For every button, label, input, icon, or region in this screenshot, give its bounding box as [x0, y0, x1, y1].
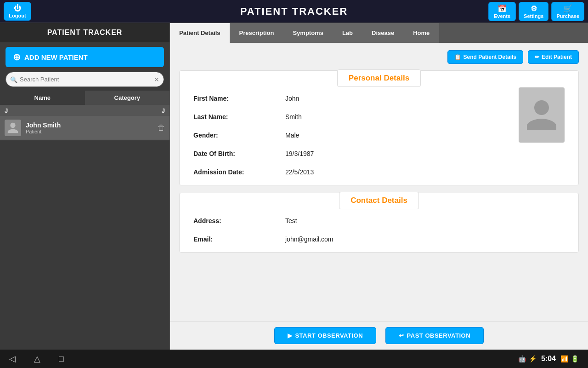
profile-avatar — [519, 87, 565, 143]
past-observation-button[interactable]: ↩ PAST OBSERVATION — [385, 327, 484, 344]
tab-symptoms[interactable]: Symptoms — [283, 23, 333, 43]
sort-by-name-tab[interactable]: Name — [0, 91, 85, 105]
content-area: Patient Details Prescription Symptoms La… — [170, 23, 588, 350]
patient-avatar-icon — [6, 121, 19, 134]
android-nav: ◁ △ □ — [9, 354, 64, 364]
tabs-row: Patient Details Prescription Symptoms La… — [170, 23, 588, 43]
tab-lab[interactable]: Lab — [333, 23, 362, 43]
logout-button[interactable]: ⏻ Logout — [4, 2, 31, 21]
personal-details-card: Personal Details First Name: John — [179, 70, 579, 185]
edit-icon: ✏ — [535, 54, 539, 60]
add-patient-button[interactable]: ⊕ ADD NEW PATIENT — [6, 47, 164, 67]
gender-row: Gender: Male — [193, 132, 565, 139]
contact-details-title-bar: Contact Details — [180, 193, 578, 210]
clear-search-icon[interactable]: ✕ — [154, 76, 159, 83]
contact-details-title: Contact Details — [339, 192, 419, 209]
send-details-button[interactable]: 📋 Send Patient Details — [447, 50, 523, 64]
dob-row: Date Of Birth: 19/3/1987 — [193, 150, 565, 157]
sidebar: PATIENT TRACKER ⊕ ADD NEW PATIENT 🔍 ✕ Na… — [0, 23, 170, 350]
last-name-row: Last Name: Smith — [193, 113, 565, 121]
contact-details-card: Contact Details Address: Test Email: joh… — [179, 193, 579, 253]
email-row: Email: john@gmail.com — [193, 236, 565, 243]
events-icon: 📅 — [498, 4, 507, 13]
top-bar: ⏻ Logout PATIENT TRACKER 📅 Events ⚙ Sett… — [0, 0, 588, 23]
home-nav-button[interactable]: △ — [34, 354, 40, 364]
bottom-bar: ▶ START OBSERVATION ↩ PAST OBSERVATION — [170, 321, 588, 350]
plus-icon: ⊕ — [13, 52, 21, 63]
sort-by-category-tab[interactable]: Category — [85, 91, 170, 105]
status-area: 🤖 ⚡ 5:04 📶 🔋 — [518, 355, 579, 363]
app-title: PATIENT TRACKER — [240, 6, 348, 17]
avatar — [5, 120, 21, 136]
android-status-bar: ◁ △ □ 🤖 ⚡ 5:04 📶 🔋 — [0, 350, 588, 368]
clock: 5:04 — [541, 355, 556, 363]
play-icon: ▶ — [288, 332, 293, 339]
contact-details-body: Address: Test Email: john@gmail.com — [180, 210, 578, 252]
admission-date-row: Admission Date: 22/5/2013 — [193, 168, 565, 176]
main-layout: PATIENT TRACKER ⊕ ADD NEW PATIENT 🔍 ✕ Na… — [0, 23, 588, 350]
first-name-row: First Name: John — [193, 95, 565, 102]
tab-patient-details[interactable]: Patient Details — [170, 23, 230, 43]
patient-info: John Smith Patient — [26, 121, 153, 134]
start-observation-button[interactable]: ▶ START OBSERVATION — [274, 327, 376, 344]
patient-content: 📋 Send Patient Details ✏ Edit Patient Pe… — [170, 43, 588, 321]
tab-disease[interactable]: Disease — [362, 23, 404, 43]
personal-details-body: First Name: John Last Name: Smith Gender… — [180, 87, 578, 185]
recents-nav-button[interactable]: □ — [59, 354, 64, 364]
events-button[interactable]: 📅 Events — [488, 2, 516, 21]
purchase-icon: 🛒 — [563, 4, 572, 13]
address-row: Address: Test — [193, 217, 565, 224]
action-bar: 📋 Send Patient Details ✏ Edit Patient — [179, 50, 579, 64]
tab-home[interactable]: Home — [404, 23, 439, 43]
search-icon: 🔍 — [10, 76, 17, 83]
battery-icon: 🔋 — [571, 355, 579, 362]
usb-icon: ⚡ — [529, 355, 537, 362]
purchase-button[interactable]: 🛒 Purchase — [551, 2, 584, 21]
android-icon: 🤖 — [518, 355, 526, 362]
personal-details-title: Personal Details — [337, 69, 421, 87]
sort-tabs: Name Category — [0, 91, 170, 105]
patient-list: J J John Smith Patient 🗑 — [0, 105, 170, 350]
wifi-icon: 📶 — [560, 355, 568, 362]
settings-button[interactable]: ⚙ Settings — [519, 2, 548, 21]
list-item[interactable]: John Smith Patient 🗑 — [0, 116, 170, 140]
tab-prescription[interactable]: Prescription — [230, 23, 284, 43]
back-nav-button[interactable]: ◁ — [9, 354, 16, 364]
status-icons: 🤖 ⚡ — [518, 355, 537, 362]
settings-icon: ⚙ — [531, 4, 537, 13]
connectivity-icons: 📶 🔋 — [560, 355, 579, 362]
edit-patient-button[interactable]: ✏ Edit Patient — [528, 50, 579, 64]
delete-patient-icon[interactable]: 🗑 — [158, 124, 165, 132]
profile-avatar-container — [519, 87, 565, 143]
personal-details-title-bar: Personal Details — [180, 70, 578, 87]
back-icon: ↩ — [399, 332, 404, 339]
profile-silhouette-icon — [523, 92, 560, 138]
logout-icon: ⏻ — [14, 4, 21, 12]
send-icon: 📋 — [454, 54, 461, 60]
search-box: 🔍 ✕ — [6, 72, 164, 87]
search-input[interactable] — [6, 72, 164, 87]
list-section-header: J J — [0, 105, 170, 116]
sidebar-title: PATIENT TRACKER — [0, 23, 170, 42]
